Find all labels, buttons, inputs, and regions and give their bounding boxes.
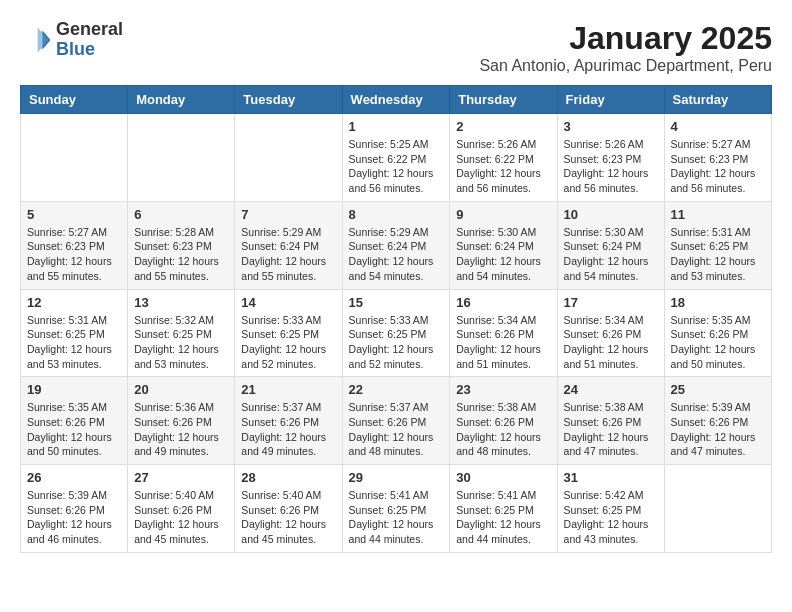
day-number: 3 bbox=[564, 119, 658, 134]
logo-blue: Blue bbox=[56, 39, 95, 59]
weekday-header: Tuesday bbox=[235, 86, 342, 114]
day-number: 2 bbox=[456, 119, 550, 134]
day-number: 14 bbox=[241, 295, 335, 310]
day-number: 9 bbox=[456, 207, 550, 222]
day-info: Sunrise: 5:41 AMSunset: 6:25 PMDaylight:… bbox=[349, 488, 444, 547]
calendar-cell: 22Sunrise: 5:37 AMSunset: 6:26 PMDayligh… bbox=[342, 377, 450, 465]
day-number: 22 bbox=[349, 382, 444, 397]
day-info: Sunrise: 5:26 AMSunset: 6:22 PMDaylight:… bbox=[456, 137, 550, 196]
day-info: Sunrise: 5:39 AMSunset: 6:26 PMDaylight:… bbox=[27, 488, 121, 547]
weekday-header-row: SundayMondayTuesdayWednesdayThursdayFrid… bbox=[21, 86, 772, 114]
day-number: 28 bbox=[241, 470, 335, 485]
calendar-cell: 25Sunrise: 5:39 AMSunset: 6:26 PMDayligh… bbox=[664, 377, 771, 465]
calendar-cell: 23Sunrise: 5:38 AMSunset: 6:26 PMDayligh… bbox=[450, 377, 557, 465]
day-number: 23 bbox=[456, 382, 550, 397]
day-info: Sunrise: 5:38 AMSunset: 6:26 PMDaylight:… bbox=[564, 400, 658, 459]
calendar-cell: 17Sunrise: 5:34 AMSunset: 6:26 PMDayligh… bbox=[557, 289, 664, 377]
svg-marker-1 bbox=[38, 27, 49, 53]
day-number: 6 bbox=[134, 207, 228, 222]
day-info: Sunrise: 5:33 AMSunset: 6:25 PMDaylight:… bbox=[349, 313, 444, 372]
weekday-header: Sunday bbox=[21, 86, 128, 114]
calendar-week-row: 5Sunrise: 5:27 AMSunset: 6:23 PMDaylight… bbox=[21, 201, 772, 289]
calendar-cell: 15Sunrise: 5:33 AMSunset: 6:25 PMDayligh… bbox=[342, 289, 450, 377]
day-info: Sunrise: 5:41 AMSunset: 6:25 PMDaylight:… bbox=[456, 488, 550, 547]
logo-text: General Blue bbox=[56, 20, 123, 60]
weekday-header: Wednesday bbox=[342, 86, 450, 114]
day-info: Sunrise: 5:25 AMSunset: 6:22 PMDaylight:… bbox=[349, 137, 444, 196]
calendar-week-row: 26Sunrise: 5:39 AMSunset: 6:26 PMDayligh… bbox=[21, 465, 772, 553]
day-number: 13 bbox=[134, 295, 228, 310]
day-info: Sunrise: 5:40 AMSunset: 6:26 PMDaylight:… bbox=[134, 488, 228, 547]
day-info: Sunrise: 5:33 AMSunset: 6:25 PMDaylight:… bbox=[241, 313, 335, 372]
day-info: Sunrise: 5:32 AMSunset: 6:25 PMDaylight:… bbox=[134, 313, 228, 372]
calendar-cell: 8Sunrise: 5:29 AMSunset: 6:24 PMDaylight… bbox=[342, 201, 450, 289]
calendar-cell: 30Sunrise: 5:41 AMSunset: 6:25 PMDayligh… bbox=[450, 465, 557, 553]
calendar-cell bbox=[664, 465, 771, 553]
day-info: Sunrise: 5:31 AMSunset: 6:25 PMDaylight:… bbox=[27, 313, 121, 372]
calendar-cell: 27Sunrise: 5:40 AMSunset: 6:26 PMDayligh… bbox=[128, 465, 235, 553]
day-info: Sunrise: 5:30 AMSunset: 6:24 PMDaylight:… bbox=[456, 225, 550, 284]
subtitle: San Antonio, Apurimac Department, Peru bbox=[479, 57, 772, 75]
logo-general: General bbox=[56, 19, 123, 39]
day-number: 10 bbox=[564, 207, 658, 222]
calendar-cell: 14Sunrise: 5:33 AMSunset: 6:25 PMDayligh… bbox=[235, 289, 342, 377]
calendar-cell bbox=[128, 114, 235, 202]
day-number: 18 bbox=[671, 295, 765, 310]
calendar-cell: 12Sunrise: 5:31 AMSunset: 6:25 PMDayligh… bbox=[21, 289, 128, 377]
calendar-cell: 13Sunrise: 5:32 AMSunset: 6:25 PMDayligh… bbox=[128, 289, 235, 377]
day-info: Sunrise: 5:38 AMSunset: 6:26 PMDaylight:… bbox=[456, 400, 550, 459]
calendar-cell: 20Sunrise: 5:36 AMSunset: 6:26 PMDayligh… bbox=[128, 377, 235, 465]
calendar-cell bbox=[235, 114, 342, 202]
day-info: Sunrise: 5:31 AMSunset: 6:25 PMDaylight:… bbox=[671, 225, 765, 284]
day-number: 16 bbox=[456, 295, 550, 310]
calendar-cell: 2Sunrise: 5:26 AMSunset: 6:22 PMDaylight… bbox=[450, 114, 557, 202]
day-info: Sunrise: 5:35 AMSunset: 6:26 PMDaylight:… bbox=[27, 400, 121, 459]
day-info: Sunrise: 5:28 AMSunset: 6:23 PMDaylight:… bbox=[134, 225, 228, 284]
day-number: 26 bbox=[27, 470, 121, 485]
calendar-week-row: 19Sunrise: 5:35 AMSunset: 6:26 PMDayligh… bbox=[21, 377, 772, 465]
day-info: Sunrise: 5:39 AMSunset: 6:26 PMDaylight:… bbox=[671, 400, 765, 459]
calendar-cell bbox=[21, 114, 128, 202]
calendar-cell: 7Sunrise: 5:29 AMSunset: 6:24 PMDaylight… bbox=[235, 201, 342, 289]
day-info: Sunrise: 5:36 AMSunset: 6:26 PMDaylight:… bbox=[134, 400, 228, 459]
calendar-cell: 16Sunrise: 5:34 AMSunset: 6:26 PMDayligh… bbox=[450, 289, 557, 377]
day-number: 21 bbox=[241, 382, 335, 397]
calendar-cell: 29Sunrise: 5:41 AMSunset: 6:25 PMDayligh… bbox=[342, 465, 450, 553]
day-number: 4 bbox=[671, 119, 765, 134]
day-number: 20 bbox=[134, 382, 228, 397]
calendar-table: SundayMondayTuesdayWednesdayThursdayFrid… bbox=[20, 85, 772, 553]
calendar-cell: 24Sunrise: 5:38 AMSunset: 6:26 PMDayligh… bbox=[557, 377, 664, 465]
day-info: Sunrise: 5:27 AMSunset: 6:23 PMDaylight:… bbox=[671, 137, 765, 196]
calendar-cell: 4Sunrise: 5:27 AMSunset: 6:23 PMDaylight… bbox=[664, 114, 771, 202]
weekday-header: Saturday bbox=[664, 86, 771, 114]
day-info: Sunrise: 5:40 AMSunset: 6:26 PMDaylight:… bbox=[241, 488, 335, 547]
day-number: 5 bbox=[27, 207, 121, 222]
calendar-cell: 28Sunrise: 5:40 AMSunset: 6:26 PMDayligh… bbox=[235, 465, 342, 553]
day-info: Sunrise: 5:30 AMSunset: 6:24 PMDaylight:… bbox=[564, 225, 658, 284]
calendar-cell: 21Sunrise: 5:37 AMSunset: 6:26 PMDayligh… bbox=[235, 377, 342, 465]
day-number: 27 bbox=[134, 470, 228, 485]
day-number: 24 bbox=[564, 382, 658, 397]
day-info: Sunrise: 5:26 AMSunset: 6:23 PMDaylight:… bbox=[564, 137, 658, 196]
weekday-header: Monday bbox=[128, 86, 235, 114]
day-info: Sunrise: 5:29 AMSunset: 6:24 PMDaylight:… bbox=[241, 225, 335, 284]
day-number: 30 bbox=[456, 470, 550, 485]
logo-icon bbox=[20, 24, 52, 56]
calendar-cell: 31Sunrise: 5:42 AMSunset: 6:25 PMDayligh… bbox=[557, 465, 664, 553]
logo: General Blue bbox=[20, 20, 123, 60]
calendar-week-row: 1Sunrise: 5:25 AMSunset: 6:22 PMDaylight… bbox=[21, 114, 772, 202]
day-number: 31 bbox=[564, 470, 658, 485]
day-number: 29 bbox=[349, 470, 444, 485]
calendar-cell: 6Sunrise: 5:28 AMSunset: 6:23 PMDaylight… bbox=[128, 201, 235, 289]
day-number: 8 bbox=[349, 207, 444, 222]
day-info: Sunrise: 5:34 AMSunset: 6:26 PMDaylight:… bbox=[564, 313, 658, 372]
day-info: Sunrise: 5:29 AMSunset: 6:24 PMDaylight:… bbox=[349, 225, 444, 284]
calendar-cell: 5Sunrise: 5:27 AMSunset: 6:23 PMDaylight… bbox=[21, 201, 128, 289]
calendar-cell: 26Sunrise: 5:39 AMSunset: 6:26 PMDayligh… bbox=[21, 465, 128, 553]
day-number: 12 bbox=[27, 295, 121, 310]
day-number: 15 bbox=[349, 295, 444, 310]
weekday-header: Thursday bbox=[450, 86, 557, 114]
calendar-cell: 3Sunrise: 5:26 AMSunset: 6:23 PMDaylight… bbox=[557, 114, 664, 202]
main-title: January 2025 bbox=[479, 20, 772, 57]
calendar-cell: 10Sunrise: 5:30 AMSunset: 6:24 PMDayligh… bbox=[557, 201, 664, 289]
